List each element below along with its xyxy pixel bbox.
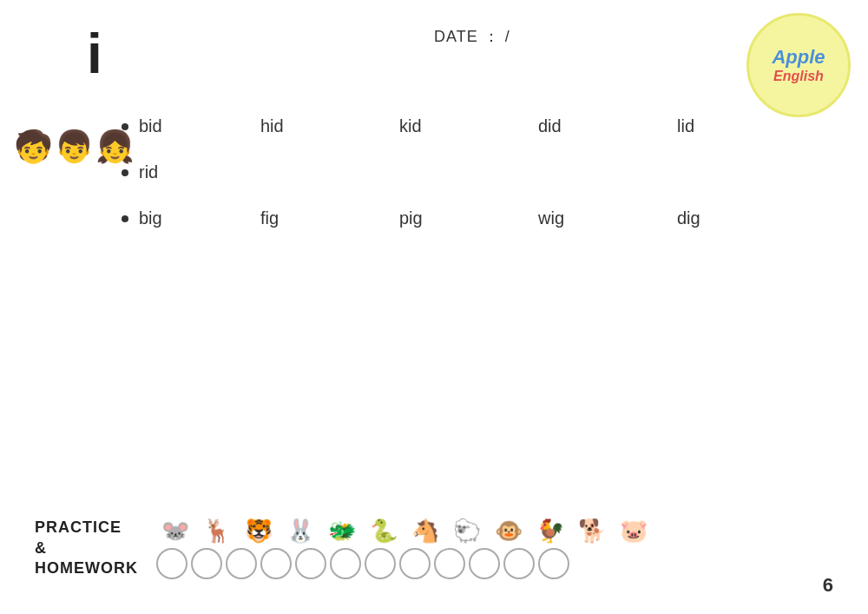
date-label: DATE ： xyxy=(434,28,500,45)
bullet-word-rid: rid xyxy=(122,162,260,182)
word-section: bid hid kid did lid rid big fig pig wig … xyxy=(122,116,868,228)
animal-snake: 🐍 xyxy=(365,518,403,545)
animal-rooster: 🐓 xyxy=(531,518,569,545)
word-fig: fig xyxy=(260,208,399,228)
circle-6[interactable] xyxy=(330,548,361,579)
animal-deer: 🦌 xyxy=(198,518,236,545)
header: i DATE ： / Apple English xyxy=(0,0,868,82)
circle-3[interactable] xyxy=(226,548,257,579)
word-wig: wig xyxy=(538,208,677,228)
word-hid: hid xyxy=(260,116,399,136)
animals-and-circles: 🐭 🦌 🐯 🐰 🐲 🐍 🐴 🐑 🐵 🐓 🐕 🐷 xyxy=(139,518,833,579)
animal-monkey: 🐵 xyxy=(490,518,528,545)
practice-homework-label: PRACTICE & HOMEWORK xyxy=(35,518,139,578)
circle-1[interactable] xyxy=(156,548,187,579)
circle-7[interactable] xyxy=(365,548,396,579)
kid-figure-3: 👧 xyxy=(95,129,135,165)
logo-english-text: English xyxy=(773,69,824,84)
animal-sheep: 🐑 xyxy=(448,518,486,545)
animals-row: 🐭 🦌 🐯 🐰 🐲 🐍 🐴 🐑 🐵 🐓 🐕 🐷 xyxy=(156,518,833,545)
kids-illustration: 🧒 👦 👧 xyxy=(17,78,130,165)
practice-line3: HOMEWORK xyxy=(35,558,139,578)
kid-figure-1: 🧒 xyxy=(14,129,53,165)
circle-4[interactable] xyxy=(260,548,292,579)
main-letter: i xyxy=(87,26,102,82)
animal-tiger: 🐯 xyxy=(240,518,278,545)
animal-pig: 🐷 xyxy=(615,518,653,545)
circle-2[interactable] xyxy=(191,548,222,579)
circle-11[interactable] xyxy=(503,548,535,579)
apple-english-logo: Apple English xyxy=(746,13,851,117)
word-rid: rid xyxy=(139,162,191,182)
word-row-2: rid xyxy=(122,162,868,182)
logo-apple-text: Apple xyxy=(772,46,825,69)
animal-horse: 🐴 xyxy=(406,518,444,545)
date-area: DATE ： / xyxy=(434,26,510,47)
circle-10[interactable] xyxy=(469,548,500,579)
animal-mouse: 🐭 xyxy=(156,518,194,545)
bullet-word-big: big xyxy=(122,208,260,228)
word-did: did xyxy=(538,116,677,136)
circle-12[interactable] xyxy=(538,548,569,579)
kid-figure-2: 👦 xyxy=(55,129,94,165)
word-dig: dig xyxy=(677,208,816,228)
bottom-section: PRACTICE & HOMEWORK 🐭 🦌 🐯 🐰 🐲 🐍 🐴 🐑 🐵 🐓 … xyxy=(0,518,868,579)
word-bid: bid xyxy=(139,116,191,136)
page-number: 6 xyxy=(823,574,833,597)
circles-row xyxy=(156,548,833,579)
circle-8[interactable] xyxy=(399,548,431,579)
circle-5[interactable] xyxy=(295,548,326,579)
word-row-1: bid hid kid did lid xyxy=(122,116,868,136)
practice-line2: & xyxy=(35,538,139,558)
bullet-icon-3 xyxy=(122,215,128,222)
animal-dog: 🐕 xyxy=(573,518,611,545)
practice-line1: PRACTICE xyxy=(35,518,139,538)
bullet-word-bid: bid xyxy=(122,116,260,136)
word-big: big xyxy=(139,208,191,228)
word-pig: pig xyxy=(399,208,538,228)
bullet-icon-2 xyxy=(122,169,128,176)
animal-dragon: 🐲 xyxy=(323,518,361,545)
word-lid: lid xyxy=(677,116,816,136)
circle-9[interactable] xyxy=(434,548,465,579)
word-row-3: big fig pig wig dig xyxy=(122,208,868,228)
animal-rabbit: 🐰 xyxy=(281,518,319,545)
word-kid: kid xyxy=(399,116,538,136)
date-separator: / xyxy=(505,28,510,45)
